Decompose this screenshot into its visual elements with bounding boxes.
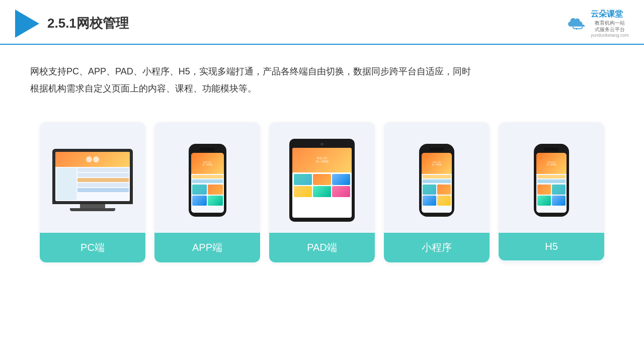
brand-logo: 云朵课堂 教育机构一站 式服务云平台 yunduoketang.com	[566, 9, 629, 38]
brand-text: 云朵课堂 教育机构一站 式服务云平台 yunduoketang.com	[591, 9, 629, 38]
brand-sub: 教育机构一站 式服务云平台	[591, 20, 629, 33]
tablet-icon: 职达人的第一堂网课	[289, 139, 355, 222]
tablet-screen: 职达人的第一堂网课	[292, 148, 352, 218]
cards-container: PC端 职达人的第一堂网课	[0, 112, 644, 278]
h5-phone-notch	[544, 148, 559, 151]
tablet-camera	[320, 143, 324, 146]
card-app-label: APP端	[154, 233, 260, 262]
miniapp-phone-notch	[429, 148, 444, 151]
h5-phone-body: 职达人的第一堂网课	[534, 144, 569, 217]
page-title: 2.5.1网校管理	[47, 15, 129, 32]
phone-body: 职达人的第一堂网课	[189, 144, 226, 217]
header: 2.5.1网校管理 云朵课堂 教育机构一站 式服务云平台 yunduoketan…	[0, 0, 644, 45]
miniapp-phone-icon: 职达人的第一堂网课	[419, 144, 454, 217]
cloud-icon	[566, 16, 588, 31]
miniapp-phone-screen: 职达人的第一堂网课	[422, 153, 452, 213]
header-left: 2.5.1网校管理	[15, 10, 129, 38]
phone-notch	[200, 148, 215, 151]
h5-phone-screen: 职达人的第一堂网课	[536, 153, 567, 213]
card-h5-label: H5	[499, 233, 604, 260]
card-app: 职达人的第一堂网课	[154, 122, 260, 262]
card-miniapp-image: 职达人的第一堂网课	[384, 122, 490, 233]
app-phone-icon: 职达人的第一堂网课	[189, 144, 226, 217]
logo-triangle-icon	[15, 10, 39, 38]
card-h5-image: 职达人的第一堂网课	[499, 122, 604, 233]
card-app-image: 职达人的第一堂网课	[154, 122, 260, 233]
card-pc: PC端	[40, 122, 145, 262]
card-pad: 职达人的第一堂网课 PAD端	[269, 122, 375, 262]
brand-url: yunduoketang.com	[591, 33, 629, 38]
card-pc-image	[40, 122, 145, 233]
description-text: 网校支持PC、APP、PAD、小程序、H5，实现多端打通，产品各终端自由切换，数…	[0, 45, 503, 107]
phone-screen: 职达人的第一堂网课	[191, 153, 224, 213]
miniapp-phone-body: 职达人的第一堂网课	[419, 144, 454, 217]
card-pc-label: PC端	[40, 233, 145, 262]
h5-phone-icon: 职达人的第一堂网课	[534, 144, 569, 217]
card-pad-label: PAD端	[269, 233, 375, 262]
brand-name: 云朵课堂	[591, 9, 629, 20]
card-miniapp: 职达人的第一堂网课	[384, 122, 490, 262]
pc-monitor	[52, 149, 133, 204]
card-pad-image: 职达人的第一堂网课	[269, 122, 375, 233]
svg-point-0	[576, 28, 577, 29]
header-right: 云朵课堂 教育机构一站 式服务云平台 yunduoketang.com	[566, 9, 629, 38]
card-miniapp-label: 小程序	[384, 233, 490, 262]
pc-device-icon	[52, 149, 133, 211]
card-h5: 职达人的第一堂网课	[499, 122, 604, 262]
pc-screen	[55, 152, 130, 201]
